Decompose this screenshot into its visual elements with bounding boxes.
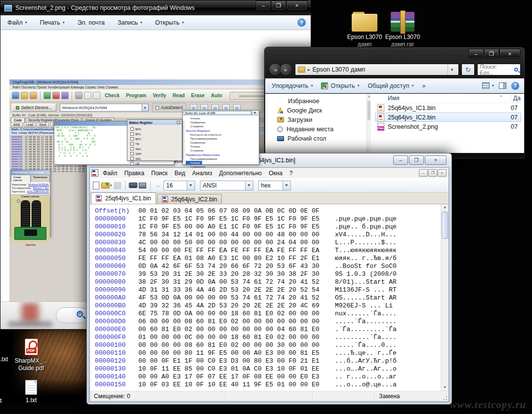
menu-item[interactable]: Печать▾ bbox=[40, 19, 65, 26]
hex-row[interactable]: 0000002078 56 34 12 14 01 00 00 44 00 00… bbox=[95, 231, 449, 239]
hex-row[interactable]: 000000600D 0A 42 6F 6F 53 74 20 66 6F 72… bbox=[95, 263, 449, 270]
hex-row[interactable]: 0000013010 0F 11 EE 85 00 C0 E3 01 0A C0… bbox=[95, 365, 449, 373]
tab-note[interactable]: Примечание bbox=[31, 175, 50, 182]
mdi-close-button[interactable]: × bbox=[438, 169, 447, 177]
toolbar-icon[interactable] bbox=[93, 92, 100, 99]
hex-ascii[interactable]: ...б..АгУ.Ђг.р!б bbox=[335, 357, 397, 365]
info-value-link[interactable]: Winbond W25Q64JV/SIM bbox=[28, 183, 49, 187]
file-row[interactable]: 25q64jvs_IC1.bin 07 bbox=[375, 103, 521, 113]
status-register-dialog[interactable]: Status Register BP0 BP1 BP2 TB SEC SRP bbox=[127, 119, 182, 161]
hex-ascii[interactable]: .. г...о...о..аг bbox=[335, 373, 397, 380]
toolbar-icon[interactable] bbox=[52, 92, 60, 99]
hex-ascii[interactable]: ..BooSt for SoC0 bbox=[335, 263, 397, 270]
hex-ascii[interactable]: T...юяякюяякюяяк bbox=[335, 247, 397, 254]
breadcrumb-path[interactable]: Epson L3070 дамп bbox=[313, 66, 366, 73]
open-button[interactable]: Открыть▾ bbox=[321, 82, 359, 89]
autodetect-checkbox[interactable]: AutoDetect bbox=[152, 103, 187, 112]
hex-ascii[interactable]: 8/01)...Start AR bbox=[335, 278, 397, 286]
sidebar-item[interactable]: Google Диск bbox=[265, 106, 371, 115]
info-value-link[interactable]: SOIC 208mil AC-SC8/16UM bbox=[27, 190, 49, 193]
search-input[interactable]: Поиск: Eps... bbox=[477, 64, 521, 75]
resize-grip[interactable] bbox=[442, 394, 448, 400]
share-button[interactable]: Общий доступ▾ bbox=[368, 82, 414, 89]
menu-item[interactable]: Анализ bbox=[189, 170, 216, 177]
menu-item[interactable]: ? bbox=[286, 170, 296, 177]
hex-ascii[interactable]: .........`Ѓа.... bbox=[335, 334, 397, 341]
hex-ascii[interactable]: OS......Start AR bbox=[335, 294, 397, 301]
hex-ascii[interactable]: L...P.......$... bbox=[335, 239, 397, 246]
maximize-button[interactable]: ❐ bbox=[484, 49, 499, 59]
hex-row[interactable]: 000000B04D 39 32 36 45 4A 2D 53 20 20 2E… bbox=[95, 302, 449, 310]
document-icon[interactable] bbox=[91, 169, 98, 177]
menu-item[interactable]: Окна bbox=[265, 170, 286, 177]
hex-bytes[interactable]: 06 00 00 00 08 60 81 E0 02 00 00 00 00 0… bbox=[138, 318, 335, 326]
toolbar-icon[interactable] bbox=[21, 92, 28, 99]
hex-editor-pane[interactable]: Offset(h)00 01 02 03 04 05 06 07 08 09 0… bbox=[90, 204, 449, 391]
bytes-per-row-combo[interactable]: 16▼ bbox=[164, 181, 195, 190]
forward-button[interactable]: ► bbox=[280, 63, 292, 76]
tree-item[interactable]: Стирание bbox=[186, 149, 259, 152]
action-button[interactable]: Auto bbox=[211, 93, 222, 98]
new-file-icon[interactable] bbox=[93, 182, 99, 189]
sidebar-item[interactable]: Недавние места bbox=[265, 124, 371, 134]
status-bit-checkbox[interactable]: TB bbox=[130, 142, 179, 146]
dialog-titlebar[interactable]: Status Register bbox=[127, 120, 182, 125]
hex-bytes[interactable]: 0D 0A 42 6F 6F 53 74 20 66 6F 72 20 53 6… bbox=[138, 263, 335, 270]
toolbar-overflow[interactable]: » bbox=[422, 82, 426, 89]
buffer-tool-button[interactable]: Save bbox=[37, 122, 49, 127]
chevron-down-icon[interactable]: ▼ bbox=[142, 104, 148, 111]
minimize-button[interactable]: – bbox=[256, 0, 271, 10]
hex-row[interactable]: 0000012000 00 0F E1 1F 00 C0 E3 D3 00 80… bbox=[95, 357, 449, 365]
chevron-down-icon[interactable]: ▼ bbox=[245, 181, 253, 190]
hex-scrollbar[interactable]: ▲ ▼ bbox=[441, 204, 449, 391]
menu-item[interactable]: Файл bbox=[99, 170, 121, 177]
device-combo[interactable]: Winbond W25Q64JV/SIM▼ bbox=[60, 104, 149, 112]
hex-row[interactable]: 0000010000 00 00 00 08 60 81 E0 02 00 00… bbox=[95, 341, 449, 349]
status-overwrite-mode[interactable]: Замена bbox=[375, 393, 404, 400]
menu-item[interactable]: Вид bbox=[171, 170, 189, 177]
sidebar-item[interactable]: Избранное bbox=[265, 96, 371, 106]
chevron-down-icon[interactable]: ▼ bbox=[187, 181, 195, 190]
open-file-button[interactable]: ▾ bbox=[101, 183, 112, 188]
help-icon[interactable]: ? bbox=[511, 82, 519, 90]
document-tab[interactable]: 25q64jvs_IC2.bin bbox=[157, 194, 222, 204]
tree-item[interactable]: Стирание bbox=[186, 124, 259, 128]
hex-row[interactable]: 0000008038 2F 30 31 29 0D 0A 00 53 74 61… bbox=[95, 278, 449, 286]
chip-icon[interactable] bbox=[129, 183, 137, 188]
hex-bytes[interactable]: 1C F0 9F E5 00 00 A0 E1 1C F0 9F E5 1C F… bbox=[138, 223, 335, 231]
toolbar-icon[interactable] bbox=[43, 92, 51, 99]
hex-bytes[interactable]: 1C F0 9F E5 1C F0 9F E5 1C F0 9F E5 1C F… bbox=[138, 215, 335, 223]
hex-ascii[interactable]: M1136JF-S ... RT bbox=[335, 286, 397, 294]
maximize-button[interactable]: ❐ bbox=[271, 0, 286, 10]
tree-group-label[interactable]: Параметры Микросхемы bbox=[186, 153, 259, 157]
menu-item[interactable]: Запись▾ bbox=[118, 19, 142, 26]
hex-row[interactable]: 000000A04F 53 0D 0A 00 00 00 00 53 74 61… bbox=[95, 294, 449, 302]
hex-ascii[interactable]: 9S 1.0.3 (2008/0 bbox=[335, 270, 397, 278]
tree-item[interactable]: Контроль на стертость bbox=[186, 133, 259, 137]
hex-ascii[interactable]: юяяк.. г..Ђв.я/б bbox=[335, 255, 397, 262]
status-bit-checkbox[interactable]: QE bbox=[130, 162, 179, 165]
mdi-restore-button[interactable]: ❐ bbox=[428, 169, 437, 177]
file-row[interactable]: Screenshot_2.png 07 bbox=[375, 122, 521, 131]
hex-ascii[interactable]: .`Ѓа.........`Ѓа bbox=[335, 326, 397, 333]
column-name[interactable]: Имя bbox=[375, 95, 510, 102]
hex-row[interactable]: 000000E000 60 81 E0 02 00 00 00 00 00 00… bbox=[95, 326, 449, 334]
action-button[interactable]: Verify bbox=[153, 93, 166, 98]
hex-row[interactable]: 000000C06E 75 78 0D 0A 00 00 00 18 60 81… bbox=[95, 310, 449, 318]
address-dropdown[interactable]: ▼ bbox=[448, 64, 456, 75]
hex-bytes[interactable]: 00 00 A0 E3 17 0F 07 EE 17 0F 08 EE 00 0… bbox=[138, 373, 335, 381]
buffer-tool-button[interactable]: Load bbox=[24, 122, 36, 127]
close-button[interactable]: × bbox=[499, 49, 520, 59]
toolbar-icon[interactable] bbox=[75, 92, 82, 99]
chip-info-titlebar[interactable]: Информация о микросхеме bbox=[11, 170, 50, 175]
hex-bytes[interactable]: 4D 39 32 36 45 4A 2D 53 20 20 2E 2E 2E 2… bbox=[138, 302, 335, 310]
hex-row[interactable]: 0000014000 00 A0 E3 17 0F 07 EE 17 0F 08… bbox=[95, 373, 449, 381]
scrollbar-thumb[interactable] bbox=[368, 101, 370, 120]
select-device-button[interactable]: Select Device... bbox=[12, 104, 56, 112]
tree-item[interactable]: Сравнение bbox=[186, 165, 259, 169]
photo-viewer-titlebar[interactable]: Screenshot_2.png - Средство просмотра фо… bbox=[0, 0, 311, 15]
hex-bytes[interactable]: 4D 31 31 33 36 4A 46 2D 53 20 2E 2E 2E 2… bbox=[138, 286, 335, 294]
close-icon[interactable] bbox=[177, 121, 180, 124]
hex-bytes[interactable]: FE FF FF EA 01 08 A0 E3 1C 00 80 E2 10 F… bbox=[138, 255, 335, 263]
toolbar-icon[interactable] bbox=[30, 92, 37, 99]
